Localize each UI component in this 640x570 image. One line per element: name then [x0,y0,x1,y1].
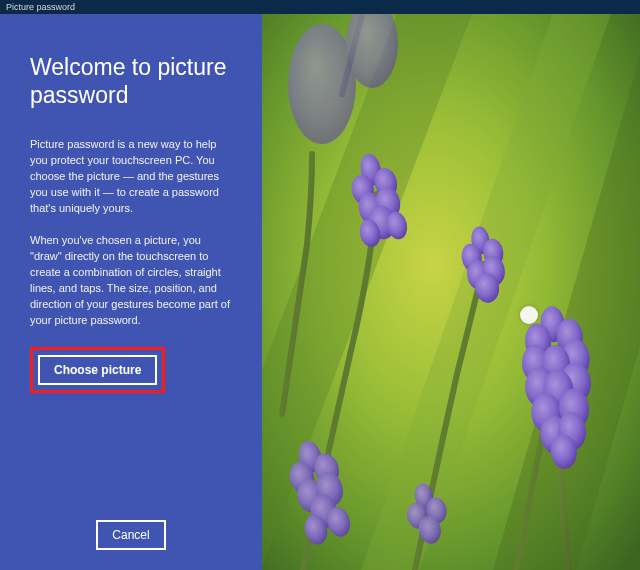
choose-picture-button[interactable]: Choose picture [38,355,157,385]
gesture-cursor-dot [520,306,538,324]
cancel-wrap: Cancel [0,520,262,550]
content-area: Welcome to picture password Picture pass… [0,14,640,570]
left-panel: Welcome to picture password Picture pass… [0,14,262,570]
lavender-image [262,14,640,570]
intro-paragraph-1: Picture password is a new way to help yo… [30,137,232,217]
titlebar: Picture password [0,0,640,14]
window-title: Picture password [6,2,75,12]
intro-paragraph-2: When you've chosen a picture, you "draw"… [30,233,232,329]
highlight-annotation: Choose picture [30,347,165,393]
picture-password-window: Picture password Welcome to picture pass… [0,0,640,570]
cancel-button[interactable]: Cancel [96,520,165,550]
picture-preview [262,14,640,570]
svg-rect-43 [262,14,640,570]
page-title: Welcome to picture password [30,54,232,109]
